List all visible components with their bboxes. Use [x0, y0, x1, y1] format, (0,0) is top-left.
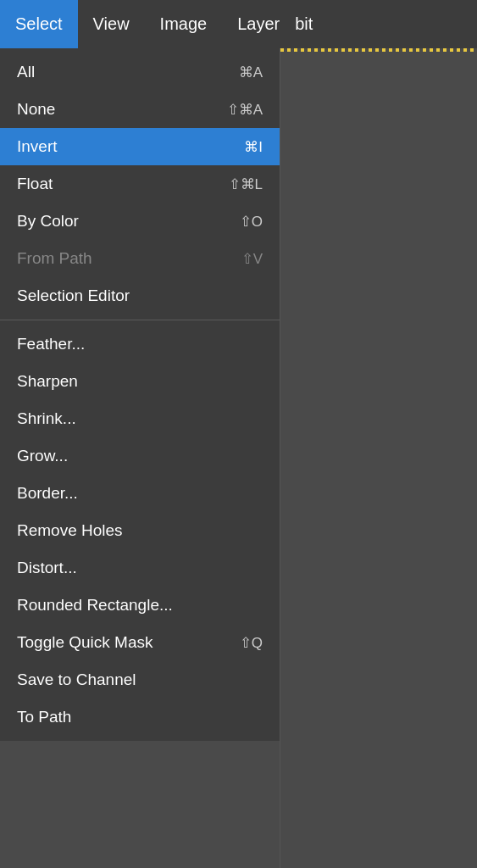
- menu-item-remove-holes-label: Remove Holes: [17, 521, 123, 540]
- menu-bar: Select View Image Layer bit: [0, 0, 477, 48]
- menu-item-none-shortcut: ⇧⌘A: [227, 101, 263, 119]
- menu-item-all[interactable]: All ⌘A: [0, 53, 280, 91]
- menu-item-distort-label: Distort...: [17, 559, 77, 577]
- menu-item-toggle-quick-mask-shortcut: ⇧Q: [240, 634, 263, 652]
- menu-item-shrink-label: Shrink...: [17, 409, 76, 428]
- menu-item-grow-label: Grow...: [17, 447, 68, 465]
- menu-item-remove-holes[interactable]: Remove Holes: [0, 512, 280, 549]
- menu-bar-item-view[interactable]: View: [78, 0, 145, 48]
- menu-item-float-shortcut: ⇧⌘L: [229, 175, 263, 193]
- menu-item-all-shortcut: ⌘A: [239, 64, 263, 81]
- menu-bar-item-image[interactable]: Image: [145, 0, 223, 48]
- menu-item-by-color[interactable]: By Color ⇧O: [0, 203, 280, 240]
- menu-item-to-path[interactable]: To Path: [0, 698, 280, 736]
- menu-item-rounded-rectangle[interactable]: Rounded Rectangle...: [0, 587, 280, 624]
- menu-item-from-path-shortcut: ⇧V: [241, 250, 263, 268]
- menu-item-save-to-channel[interactable]: Save to Channel: [0, 661, 280, 698]
- menu-item-all-label: All: [17, 63, 35, 81]
- menu-item-shrink[interactable]: Shrink...: [0, 400, 280, 437]
- menu-bar-item-layer[interactable]: Layer: [222, 0, 295, 48]
- menu-item-border[interactable]: Border...: [0, 475, 280, 512]
- right-panel: [280, 48, 477, 868]
- menu-item-selection-editor-label: Selection Editor: [17, 287, 130, 305]
- menu-item-to-path-label: To Path: [17, 708, 71, 726]
- menu-bar-item-partial[interactable]: bit: [295, 0, 328, 48]
- menu-bar-item-select[interactable]: Select: [0, 0, 78, 48]
- menu-item-invert-label: Invert: [17, 137, 58, 156]
- menu-item-none[interactable]: None ⇧⌘A: [0, 91, 280, 128]
- menu-item-rounded-rectangle-label: Rounded Rectangle...: [17, 596, 173, 615]
- menu-item-float[interactable]: Float ⇧⌘L: [0, 165, 280, 203]
- menu-item-invert[interactable]: Invert ⌘I: [0, 128, 280, 165]
- menu-item-invert-shortcut: ⌘I: [244, 138, 263, 156]
- menu-item-by-color-label: By Color: [17, 212, 79, 231]
- menu-item-border-label: Border...: [17, 484, 78, 503]
- menu-item-none-label: None: [17, 100, 55, 119]
- menu-item-from-path: From Path ⇧V: [0, 240, 280, 277]
- menu-item-feather-label: Feather...: [17, 335, 85, 353]
- menu-item-grow[interactable]: Grow...: [0, 437, 280, 475]
- menu-item-save-to-channel-label: Save to Channel: [17, 670, 136, 689]
- menu-item-float-label: Float: [17, 175, 53, 193]
- menu-item-feather[interactable]: Feather...: [0, 326, 280, 363]
- menu-item-by-color-shortcut: ⇧O: [240, 213, 263, 231]
- menu-item-selection-editor[interactable]: Selection Editor: [0, 277, 280, 314]
- select-dropdown-menu: All ⌘A None ⇧⌘A Invert ⌘I Float ⇧⌘L By C…: [0, 48, 280, 741]
- menu-item-sharpen[interactable]: Sharpen: [0, 363, 280, 400]
- menu-item-sharpen-label: Sharpen: [17, 372, 78, 391]
- menu-item-from-path-label: From Path: [17, 249, 92, 268]
- menu-divider-1: [0, 320, 280, 320]
- menu-item-toggle-quick-mask-label: Toggle Quick Mask: [17, 633, 153, 652]
- menu-item-distort[interactable]: Distort...: [0, 549, 280, 587]
- menu-item-toggle-quick-mask[interactable]: Toggle Quick Mask ⇧Q: [0, 624, 280, 661]
